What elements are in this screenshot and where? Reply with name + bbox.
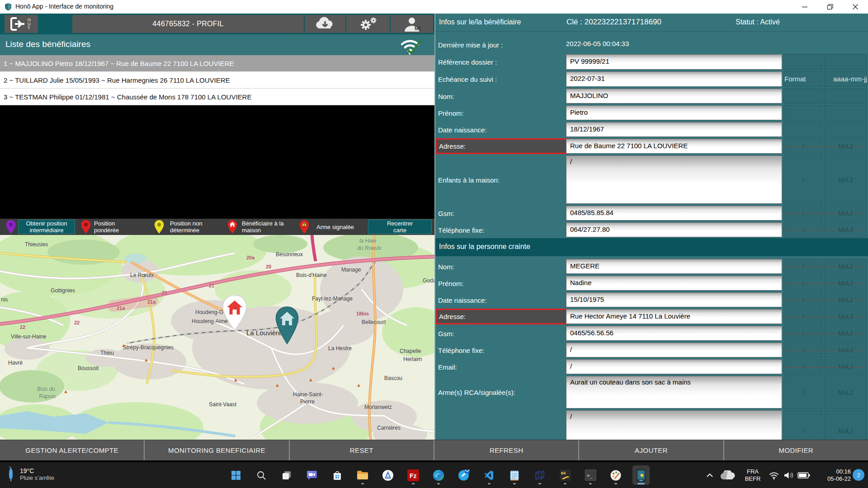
volume-tray-icon[interactable]	[783, 462, 795, 488]
alert-button[interactable]: !	[783, 275, 823, 291]
alert-button[interactable]: !	[783, 342, 823, 358]
clock-widget[interactable]: 00:16 05-06-22	[816, 462, 851, 488]
alert-button[interactable]: !	[783, 155, 823, 204]
alert-button[interactable]: !	[783, 375, 823, 409]
mp-user-button[interactable]: MP	[391, 15, 433, 33]
tray-chevron-button[interactable]	[705, 462, 714, 488]
alert-button[interactable]: !	[783, 205, 823, 221]
maj-button[interactable]: MAJ	[824, 325, 867, 341]
minimize-button[interactable]	[792, 0, 817, 14]
profile-bar[interactable]: 446765832 - PROFIL	[72, 15, 304, 33]
map-view[interactable]: Thieusies la Haie du Roeulx Besonrieux L…	[0, 235, 434, 440]
battery-tray-icon[interactable]	[797, 462, 810, 488]
logout-button[interactable]: OUT	[5, 15, 38, 33]
map-label: Manage	[341, 267, 361, 273]
reference-field[interactable]: PV 99999/21	[566, 54, 782, 70]
alert-button[interactable]: !	[783, 258, 823, 274]
alert-button[interactable]: !	[783, 359, 823, 375]
legend-label: Position pondérée	[94, 220, 139, 234]
maj-button[interactable]: MAJ	[824, 258, 867, 274]
list-item[interactable]: 3 ~ TESTMAN Philippe 01/12/1981 ~ Chauss…	[0, 89, 434, 105]
maj-button[interactable]: MAJ	[824, 342, 867, 358]
due-date-field[interactable]: 2022-07-31	[566, 71, 782, 87]
map-label: Herlaim	[403, 356, 422, 362]
birthdate-field[interactable]: 18/12/1967	[566, 122, 782, 137]
address-field[interactable]: Rue de Baume 22 7100 LA LOUVIERE	[566, 139, 782, 154]
alert-button[interactable]: !	[783, 292, 823, 308]
feared-landline-field[interactable]: /	[566, 343, 782, 357]
maj-button[interactable]: MAJ	[824, 155, 867, 204]
form-row: Gsm: 0465/56.56.56 ! MAJ	[435, 325, 868, 342]
notepad-button[interactable]	[506, 465, 523, 485]
maj-button[interactable]: MAJ	[824, 222, 867, 238]
feared-address-field[interactable]: Rue Hector Ameye 14 7110 La Louvière	[566, 309, 782, 324]
home-location-marker[interactable]	[221, 294, 248, 333]
monitoring-beneficiaire-button[interactable]: MONITORING BENEFICIAIRE	[144, 440, 288, 460]
filezilla-button[interactable]: Fz	[405, 465, 422, 485]
firstname-field[interactable]: Pietro	[566, 105, 782, 120]
chat-button[interactable]	[303, 465, 321, 485]
lastname-field[interactable]: MAJJOLINO	[566, 89, 782, 103]
x64-tool-button[interactable]: 64	[557, 465, 574, 485]
restore-button[interactable]	[817, 0, 843, 14]
weapons-field[interactable]: Aurait un couteau dans son sac à mains	[566, 376, 782, 408]
search-button[interactable]	[253, 465, 270, 485]
file-explorer-button[interactable]	[354, 465, 371, 485]
refresh-button[interactable]: REFRESH	[434, 440, 578, 460]
form-row: Enfants à la maison: / ! MAJ	[435, 155, 868, 205]
recenter-map-button[interactable]: Recentrer carte	[368, 220, 432, 234]
maj-button[interactable]: MAJ	[824, 138, 867, 154]
alert-button[interactable]: !	[783, 222, 823, 238]
maj-button[interactable]: MAJ	[824, 309, 867, 324]
landline-field[interactable]: 064/27.27.80	[566, 222, 782, 237]
wifi-tray-icon[interactable]	[769, 462, 779, 488]
3d-viewer-button[interactable]	[531, 465, 548, 485]
modifier-button[interactable]: MODIFIER	[723, 440, 868, 460]
feared-firstname-field[interactable]: Nadine	[566, 276, 782, 291]
alert-button[interactable]: !	[783, 325, 823, 341]
maj-button[interactable]: MAJ	[824, 205, 867, 221]
alert-button[interactable]: !	[783, 309, 823, 324]
feared-gsm-field[interactable]: 0465/56.56.56	[566, 326, 782, 341]
maj-button[interactable]: MAJ	[824, 410, 867, 440]
children-field[interactable]: /	[566, 155, 782, 204]
app-circle-button[interactable]	[379, 465, 396, 485]
terminal-button[interactable]: >_	[582, 465, 599, 485]
legend-label: Obtenir position intermédiaire	[19, 220, 75, 234]
maj-button[interactable]: MAJ	[824, 275, 867, 291]
close-button[interactable]	[843, 0, 868, 14]
list-item[interactable]: 2 ~ TUILLARD Julie 15/05/1993 ~ Rue Harm…	[0, 72, 434, 89]
feared-birthdate-field[interactable]: 15/10/1975	[566, 292, 782, 307]
task-view-button[interactable]	[278, 465, 295, 485]
alert-button[interactable]: !	[783, 410, 823, 440]
mail-app-button[interactable]	[455, 465, 472, 485]
onedrive-icon[interactable]	[720, 462, 736, 488]
vscode-button[interactable]	[481, 465, 498, 485]
gestion-alerte-compte-button[interactable]: GESTION ALERTE/COMPTE	[0, 440, 144, 460]
paint-button[interactable]	[607, 465, 624, 485]
accomplices-field[interactable]: /	[566, 410, 782, 440]
start-button[interactable]	[227, 465, 245, 485]
beneficiary-position-marker[interactable]	[274, 306, 300, 347]
notification-badge[interactable]: 2	[853, 469, 864, 481]
list-item[interactable]: 1 ~ MAJJOLINO Pietro 18/12/1967 ~ Rue de…	[0, 55, 434, 72]
feared-email-field[interactable]: /	[566, 359, 782, 374]
settings-button[interactable]	[346, 15, 390, 33]
store-button[interactable]	[329, 465, 346, 485]
alert-button[interactable]: !	[783, 138, 823, 154]
download-button[interactable]	[305, 15, 345, 33]
map-label: Thieusies	[25, 241, 48, 248]
maj-button[interactable]: MAJ	[824, 292, 867, 308]
maj-button[interactable]: MAJ	[824, 375, 867, 409]
feared-lastname-field[interactable]: MEGERE	[566, 259, 782, 274]
form-row-highlighted: Adresse: Rue Hector Ameye 14 7110 La Lou…	[435, 308, 868, 325]
get-intermediate-position-button[interactable]: Obtenir position intermédiaire	[18, 220, 75, 234]
language-indicator[interactable]: FRA BEFR	[742, 462, 763, 488]
gsm-field[interactable]: 0485/85.85.84	[566, 206, 782, 221]
reset-button[interactable]: RESET	[289, 440, 434, 460]
hono-app-taskbar-button[interactable]	[632, 465, 650, 485]
weather-widget[interactable]: 19°C Pluie s’arrête	[6, 466, 54, 482]
ajouter-button[interactable]: AJOUTER	[578, 440, 723, 460]
edge-button[interactable]	[430, 465, 447, 485]
maj-button[interactable]: MAJ	[824, 359, 867, 375]
